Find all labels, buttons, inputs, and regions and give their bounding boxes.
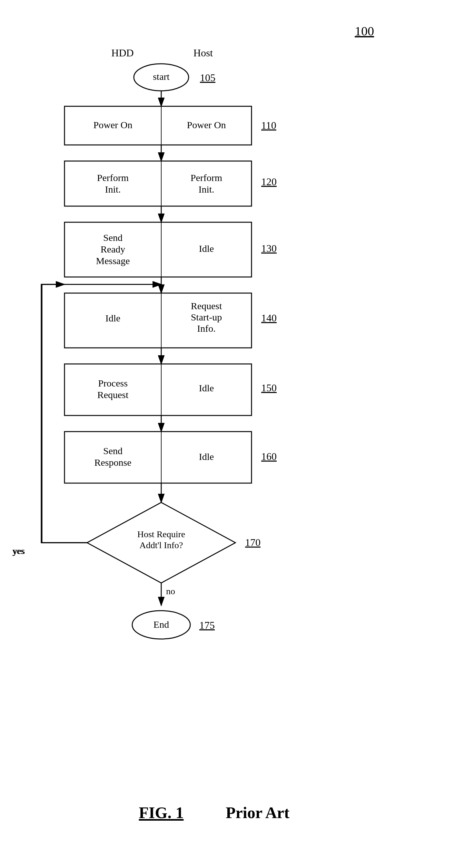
ref-175: 175 xyxy=(199,619,215,631)
d170-text2: Addt'l Info? xyxy=(140,540,183,550)
b140-host-2: Start-up xyxy=(191,312,222,322)
b110-hdd: Power On xyxy=(93,120,133,130)
b160-hdd-2: Response xyxy=(94,457,132,468)
box-140 xyxy=(64,293,252,348)
box-150 xyxy=(64,364,252,415)
yes-label: yes xyxy=(13,546,25,556)
ref-170: 170 xyxy=(245,536,260,548)
end-text: End xyxy=(153,619,169,630)
b150-hdd-2: Request xyxy=(97,390,129,400)
b130-host: Idle xyxy=(199,243,214,254)
b150-host: Idle xyxy=(199,383,214,393)
col-hdd: HDD xyxy=(111,47,134,59)
ref-140: 140 xyxy=(261,312,277,324)
b120-host-1: Perform xyxy=(191,172,222,183)
b140-host-3: Info. xyxy=(197,323,216,334)
col-host: Host xyxy=(194,47,213,59)
no-label: no xyxy=(166,586,175,596)
b120-hdd-2: Init. xyxy=(105,184,121,194)
box-160 xyxy=(64,432,252,483)
b140-host-1: Request xyxy=(191,301,222,311)
ref-130: 130 xyxy=(261,243,277,254)
start-text: start xyxy=(153,71,170,82)
b120-hdd-1: Perform xyxy=(97,172,129,183)
b110-host: Power On xyxy=(187,120,226,130)
box-120 xyxy=(64,161,252,206)
fig-sublabel-text: Prior Art xyxy=(226,804,290,822)
ref-100-label: 100 xyxy=(355,24,374,38)
b130-hdd-2: Ready xyxy=(101,244,125,254)
b160-host: Idle xyxy=(199,451,214,462)
box-130 xyxy=(64,222,252,277)
ref-105: 105 xyxy=(200,72,216,84)
b120-host-2: Init. xyxy=(198,184,214,194)
b140-hdd: Idle xyxy=(106,313,121,323)
d170-text1: Host Require xyxy=(137,529,186,539)
b130-hdd-1: Send xyxy=(103,232,122,243)
b150-hdd-1: Process xyxy=(98,378,128,389)
b160-hdd-1: Send xyxy=(103,445,122,456)
fig-number-text: FIG. 1 xyxy=(139,804,184,822)
ref-120: 120 xyxy=(261,176,277,187)
ref-150: 150 xyxy=(261,382,277,394)
main-flowchart: 100 HDD Host start 105 Power On Power On… xyxy=(0,0,455,868)
ref-110: 110 xyxy=(261,120,276,131)
b130-hdd-3: Message xyxy=(96,255,130,266)
ref-160: 160 xyxy=(261,451,277,462)
